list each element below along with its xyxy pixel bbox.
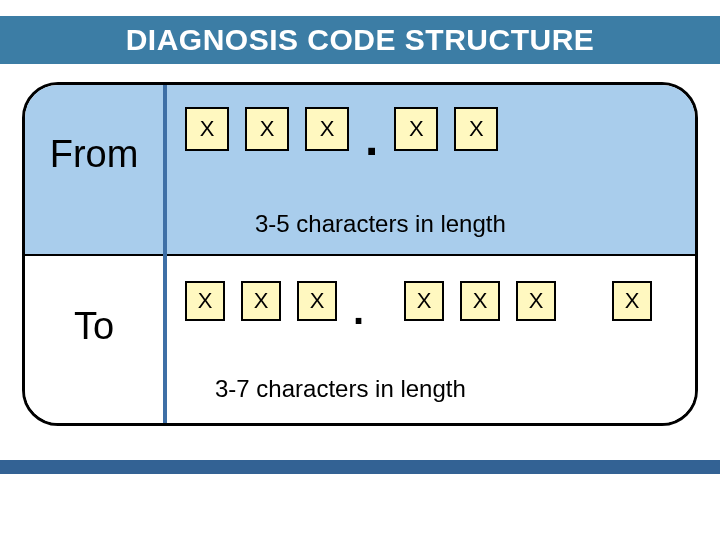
to-code-row: X X X . X X X X <box>185 281 652 321</box>
from-label: From <box>25 133 163 176</box>
to-label: To <box>25 305 163 348</box>
code-slot: X <box>185 281 225 321</box>
to-caption: 3-7 characters in length <box>215 375 466 403</box>
page-title: DIAGNOSIS CODE STRUCTURE <box>0 16 720 64</box>
code-slot: X <box>305 107 349 151</box>
dot-separator: . <box>365 129 378 148</box>
code-slot: X <box>394 107 438 151</box>
code-slot: X <box>185 107 229 151</box>
code-slot: X <box>612 281 652 321</box>
dot-separator: . <box>353 302 364 318</box>
from-caption: 3-5 characters in length <box>255 210 506 238</box>
code-slot: X <box>454 107 498 151</box>
diagram-frame: From To X X X . X X 3-5 characters in le… <box>22 82 698 426</box>
code-slot: X <box>404 281 444 321</box>
code-slot: X <box>460 281 500 321</box>
code-slot: X <box>516 281 556 321</box>
divider-horizontal <box>25 254 695 256</box>
code-slot: X <box>297 281 337 321</box>
code-slot: X <box>245 107 289 151</box>
footer-bar <box>0 460 720 474</box>
code-slot: X <box>241 281 281 321</box>
from-code-row: X X X . X X <box>185 107 498 151</box>
divider-vertical <box>163 85 167 423</box>
